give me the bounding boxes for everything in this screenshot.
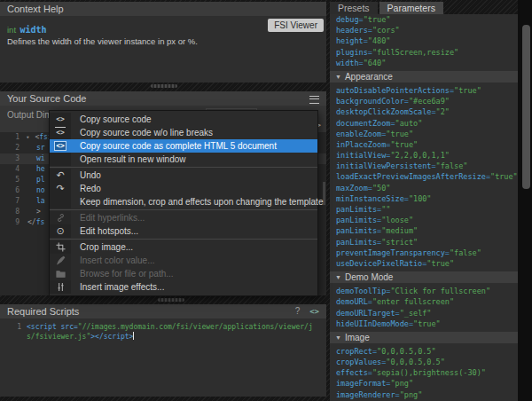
menu-item-label: Browse for file or path... [71,269,174,279]
menu-item-label: Undo [71,170,101,180]
param-row-maxzoom[interactable]: maxZoom="50" [330,183,518,193]
param-value: "Click for fullscreen" [390,287,490,295]
param-row-documentzoom[interactable]: documentZoom="auto" [330,118,518,129]
tab-presets[interactable]: Presets [330,2,378,14]
param-row-mininstancesize[interactable]: minInstanceSize="100" [330,193,518,204]
menu-item-label: Copy source code w/o line breaks [71,128,213,138]
param-row-cropvalues[interactable]: cropValues="0,0,0.5,0.5" [330,357,518,367]
param-row-usedevicepixelratio[interactable]: useDevicePixelRatio="true" [330,258,518,269]
param-row-effects[interactable]: effects="sepia(),brightness(-30)" [330,367,518,378]
required-scripts-header-icons: ? <> [295,304,319,318]
param-row-backgroundcolor[interactable]: backgroundColor="#ece6a9" [330,96,518,106]
source-code-title: Your Source Code [7,93,87,104]
param-key: imageRenderer [336,390,395,399]
param-value: "2,2,0,0,1,1" [390,151,450,160]
param-row-panlimits[interactable]: panLimits="" [330,204,518,215]
param-row-demourltarget[interactable]: demoURLTarget="_self" [330,308,518,318]
parameters-panel: debug="true"headers="cors"height="480"pl… [330,14,518,401]
line-number: 9 [0,217,22,228]
param-key: backgroundColor [336,97,404,106]
menu-item-copy-source-code-as-complete-html-5-document[interactable]: <>Copy source code as complete HTML 5 do… [50,139,317,153]
param-row-loadexactpreviewimagesafterresize[interactable]: loadExactPreviewImagesAfterResize="true" [330,171,518,182]
fold-caret-icon[interactable]: ▾ [22,134,29,141]
code-segment: ></script> [90,333,133,341]
menu-item-edit-hotspots[interactable]: ⊙Edit hotspots... [50,224,317,238]
section-header-image[interactable]: ▼Image [330,332,518,343]
param-row-panlimits[interactable]: panLimits="medium" [330,225,518,236]
param-row-hideuiindemomode[interactable]: hideUIInDemoMode="true" [330,318,518,329]
parameter-name: width [20,25,47,35]
param-key: preventImageTransparency [336,248,445,257]
param-key: width [336,59,359,67]
menu-item-crop-image[interactable]: Crop image... [50,240,317,254]
menu-item-copy-source-code-w-o-line-breaks[interactable]: <>Copy source code w/o line breaks [50,126,317,139]
param-row-enablezoom[interactable]: enableZoom="true" [330,129,518,139]
right-scrollbar-thumb[interactable] [522,25,530,189]
effects-icon [50,280,71,294]
param-row-width[interactable]: width="640" [330,58,518,68]
menu-item-insert-image-effects[interactable]: Insert image effects... [50,280,317,294]
param-value: "" [381,205,390,214]
param-row-debug[interactable]: debug="true" [330,14,518,25]
param-row-panlimits[interactable]: panLimits="loose" [330,215,518,225]
param-row-autodisablepointeractions[interactable]: autoDisablePointerActions="true" [330,85,518,96]
menu-item-label: Crop image... [71,242,133,252]
param-row-demotooltip[interactable]: demoToolTip="Click for fullscreen" [330,286,518,296]
tab-parameters[interactable]: Parameters [379,2,443,14]
param-row-imageformat[interactable]: imageFormat="png" [330,378,518,389]
panel-resize-handle-top[interactable] [151,84,177,88]
code-segment: <script [27,323,61,331]
menu-item-undo[interactable]: ↶Undo [50,169,317,182]
chevron-down-icon: ▼ [335,271,341,283]
required-scripts-body[interactable]: 1 <script src="//images.mydomain.com/fsi… [0,318,326,397]
section-header-appearance[interactable]: ▼Appearance [330,71,518,83]
section-label: Image [345,333,370,342]
right-panel-tabs: PresetsParameters [330,2,445,14]
copy-code-icon: <> [50,113,71,126]
param-row-initialview[interactable]: initialView="2,2,0,0,1,1" [330,150,518,161]
line-number: 5 [0,175,22,185]
param-row-imagerenderer[interactable]: imageRenderer="png" [330,389,518,400]
menu-item-keep-dimension-crop-and-effects-upon-changing-the-template[interactable]: Keep dimension, crop and effects upon ch… [50,195,317,208]
hotspot-icon: ⊙ [50,224,71,238]
context-help-panel: Context Help int width FSI Viewer Define… [0,2,326,83]
param-row-preventimagetransparency[interactable]: preventImageTransparency="false" [330,248,518,258]
param-row-croprect[interactable]: cropRect="0,0,0.5,0.5" [330,346,518,357]
param-key: panLimits [336,205,377,214]
code-text: </fs [27,218,44,226]
param-value: "loose" [381,216,413,224]
parameter-signature: int width [7,20,47,36]
code-icon[interactable]: <> [309,307,319,316]
param-key: loadExactPreviewImagesAfterResize [336,172,486,181]
menu-item-label: Edit hyperlinks... [71,213,145,223]
menu-item-label: Copy source code [71,114,152,124]
line-number: 3 [0,153,22,164]
redo-icon: ↷ [50,182,71,195]
menu-item-redo[interactable]: ↷Redo [50,182,317,195]
menu-item-open-result-in-new-window[interactable]: Open result in new window [50,153,317,166]
param-row-inplacezoom[interactable]: inPlaceZoom="true" [330,139,518,150]
panel-menu-icon[interactable] [309,96,319,104]
param-key: cropValues [336,358,381,366]
code-text: he [36,165,45,173]
param-key: headers [336,26,368,35]
param-row-demourl[interactable]: demoURL="enter fullscreen" [330,296,518,307]
param-row-height[interactable]: height="480" [330,35,518,46]
param-row-initialviewpersistent[interactable]: initialViewPersistent="false" [330,161,518,171]
section-header-demo-mode[interactable]: ▼Demo Mode [330,271,518,283]
param-row-plugins[interactable]: plugins="fullScreen,resize" [330,47,518,58]
section-label: Appearance [345,72,393,82]
param-row-panlimits[interactable]: panLimits="strict" [330,237,518,248]
required-scripts-title: Required Scripts [7,306,79,317]
code-text: wi [36,154,45,162]
panel-resize-handle-bottom[interactable] [158,298,184,302]
help-icon[interactable]: ? [295,306,301,316]
param-value: "true" [490,172,518,181]
menu-item-copy-source-code[interactable]: <>Copy source code [50,113,317,126]
fsi-viewer-badge[interactable]: FSI Viewer [268,19,324,32]
param-row-headers[interactable]: headers="cors" [330,25,518,35]
line-number: 2 [0,143,22,153]
param-key: imageFormat [336,379,386,388]
param-row-desktopclickzoomscale[interactable]: desktopClickZoomScale="2" [330,106,518,117]
parameter-description: Defines the width of the viewer instance… [7,36,198,46]
